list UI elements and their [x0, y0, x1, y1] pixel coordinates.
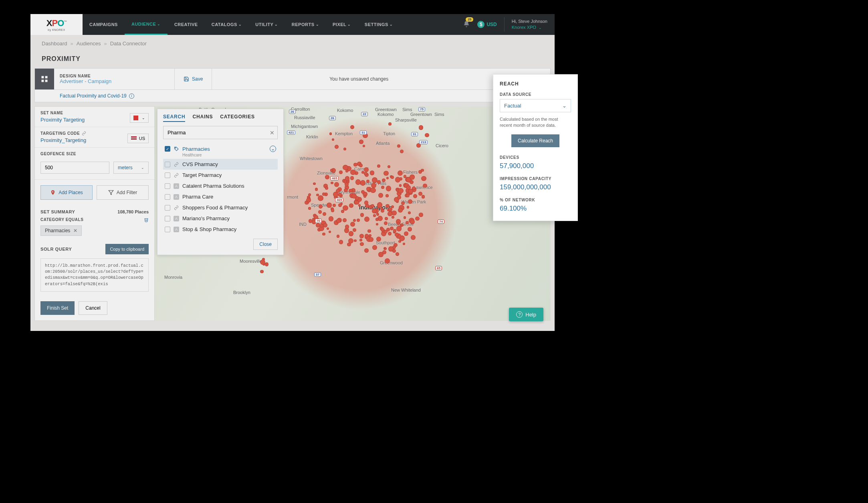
data-source-select[interactable]: Factual⌄: [500, 99, 571, 112]
devices-value: 57,900,000: [500, 162, 571, 170]
reach-panel: REACH DATA SOURCE Factual⌄ Calculated ba…: [493, 74, 578, 221]
calculate-reach-button[interactable]: Calculate Reach: [511, 134, 559, 147]
network-value: 69.100%: [500, 205, 571, 213]
impressions-value: 159,000,000,000: [500, 183, 571, 191]
